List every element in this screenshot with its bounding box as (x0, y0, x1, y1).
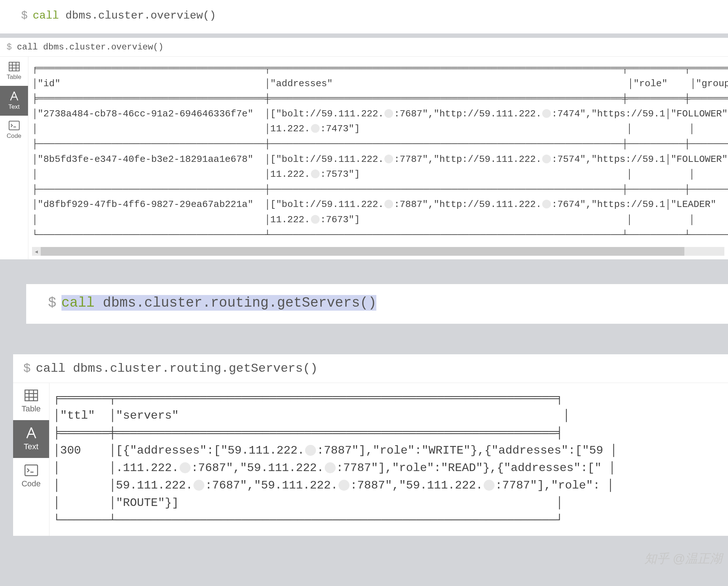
tab-text[interactable]: Text (0, 86, 28, 116)
tab-text[interactable]: Text (13, 420, 49, 458)
result-view-tabs: Table Text Code (13, 383, 49, 536)
executed-command-header: $ call dbms.cluster.overview() (0, 38, 728, 56)
executed-command-header: $ call dbms.cluster.routing.getServers() (13, 354, 728, 383)
terminal-icon (24, 465, 38, 476)
scroll-left-arrow[interactable]: ◂ (32, 247, 41, 256)
result-view-tabs: Table Text Code (0, 57, 28, 259)
table-icon (24, 390, 38, 401)
command-text: call dbms.cluster.overview() (17, 42, 163, 52)
command-strip-getservers-1: $ call dbms.cluster.routing.getServers() (26, 284, 728, 324)
command-text: call dbms.cluster.overview() (33, 9, 216, 22)
command-strip-overview-1: $ call dbms.cluster.overview() (0, 0, 728, 33)
tab-code[interactable]: Code (13, 458, 49, 495)
horizontal-scrollbar[interactable]: ◂ (32, 247, 724, 256)
tab-table[interactable]: Table (0, 57, 28, 86)
text-a-icon (24, 427, 38, 439)
tab-code[interactable]: Code (0, 116, 28, 145)
overview-result-panel: $ call dbms.cluster.overview() Table Tex… (0, 38, 728, 259)
svg-rect-11 (25, 465, 37, 476)
terminal-icon (9, 121, 20, 130)
prompt-symbol: $ (23, 362, 31, 375)
prompt-symbol: $ (21, 9, 28, 22)
command-text: call dbms.cluster.routing.getServers() (36, 362, 317, 375)
getservers-text-output: ╒═══════╤═══════════════════════════════… (49, 383, 728, 536)
svg-rect-0 (9, 62, 19, 71)
getservers-result-panel: $ call dbms.cluster.routing.getServers()… (13, 354, 728, 536)
svg-rect-5 (9, 121, 19, 130)
text-a-icon (9, 91, 20, 101)
overview-text-output: ╒═══════════════════════════════════════… (28, 57, 728, 247)
table-icon (9, 62, 20, 71)
prompt-symbol: $ (48, 295, 56, 311)
tab-table[interactable]: Table (13, 383, 49, 420)
svg-rect-6 (25, 390, 37, 401)
prompt-symbol: $ (7, 42, 12, 52)
command-text-highlighted: call dbms.cluster.routing.getServers() (61, 295, 377, 311)
